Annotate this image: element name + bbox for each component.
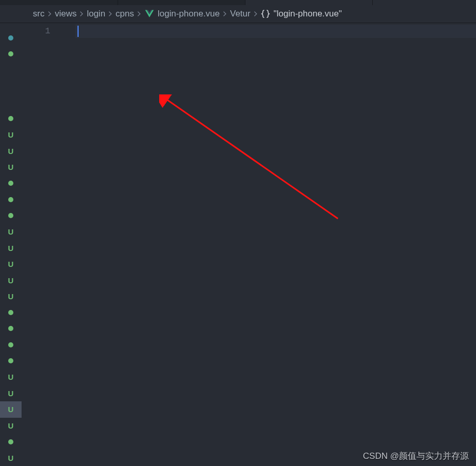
git-status-untracked[interactable]: U: [0, 385, 22, 401]
git-status-modified-icon[interactable]: [0, 304, 22, 320]
git-status-modified-icon[interactable]: [0, 353, 22, 369]
chevron-right-icon: [77, 10, 87, 17]
git-status-modified-icon[interactable]: [0, 321, 22, 337]
git-status-untracked[interactable]: U: [0, 418, 22, 434]
breadcrumb: src views login cpns login-phone.vue Vet…: [0, 5, 476, 23]
gutter-spacer: [0, 78, 22, 94]
breadcrumb-item[interactable]: login-phone.vue: [144, 9, 220, 19]
code-editor[interactable]: 1: [22, 23, 476, 466]
git-status-untracked[interactable]: U: [0, 256, 22, 272]
gutter-spacer: [0, 94, 22, 110]
tab-bar-space: [373, 0, 476, 5]
git-status-modified-icon[interactable]: [0, 46, 22, 62]
breadcrumb-label: login-phone.vue: [158, 9, 220, 19]
breadcrumb-item[interactable]: views: [55, 9, 77, 19]
editor-main: UUUUUUUUUUUUU 1: [0, 23, 476, 466]
breadcrumb-item[interactable]: cpns: [116, 9, 134, 19]
chevron-right-icon: [134, 10, 144, 17]
git-status-untracked[interactable]: U: [0, 143, 22, 159]
breadcrumb-item[interactable]: src: [33, 9, 45, 19]
vue-icon: [144, 9, 155, 18]
git-status-untracked[interactable]: U: [0, 127, 22, 143]
git-status-modified-icon[interactable]: [0, 175, 22, 191]
git-status-untracked[interactable]: U: [0, 288, 22, 304]
current-line[interactable]: [75, 25, 476, 38]
git-status-modified-icon[interactable]: [0, 110, 22, 126]
editor-tab[interactable]: [0, 0, 118, 5]
editor-tab[interactable]: [118, 0, 245, 5]
breadcrumb-label: "login-phone.vue": [274, 9, 342, 19]
tab-bar: [0, 0, 476, 5]
git-status-modified-icon[interactable]: [0, 337, 22, 353]
git-status-untracked[interactable]: U: [0, 401, 22, 417]
breadcrumb-item[interactable]: Vetur: [230, 9, 251, 19]
chevron-right-icon: [45, 10, 55, 17]
line-number-column: 1: [22, 23, 63, 38]
watermark: CSDN @颜值与实力并存源: [363, 450, 469, 462]
git-status-untracked[interactable]: U: [0, 369, 22, 385]
git-status-untracked[interactable]: U: [0, 240, 22, 256]
chevron-right-icon: [105, 10, 116, 17]
text-cursor: [78, 26, 79, 37]
chevron-right-icon: [251, 10, 261, 17]
git-status-untracked[interactable]: U: [0, 450, 22, 466]
breadcrumb-item-current[interactable]: "login-phone.vue": [261, 9, 342, 19]
line-number: 1: [22, 25, 63, 38]
git-status-untracked[interactable]: U: [0, 224, 22, 240]
git-status-modified-icon[interactable]: [0, 434, 22, 450]
gutter-spacer: [0, 62, 22, 78]
chevron-right-icon: [220, 10, 230, 17]
git-status-modified-icon[interactable]: [0, 191, 22, 207]
braces-icon: [261, 9, 270, 18]
git-status-modified-icon[interactable]: [0, 30, 22, 46]
file-gutter: UUUUUUUUUUUUU: [0, 23, 22, 466]
git-status-untracked[interactable]: U: [0, 159, 22, 175]
git-status-modified-icon[interactable]: [0, 207, 22, 223]
code-area[interactable]: [75, 25, 476, 38]
breadcrumb-item[interactable]: login: [87, 9, 105, 19]
editor-tab-active[interactable]: [245, 0, 373, 5]
git-status-untracked[interactable]: U: [0, 272, 22, 288]
